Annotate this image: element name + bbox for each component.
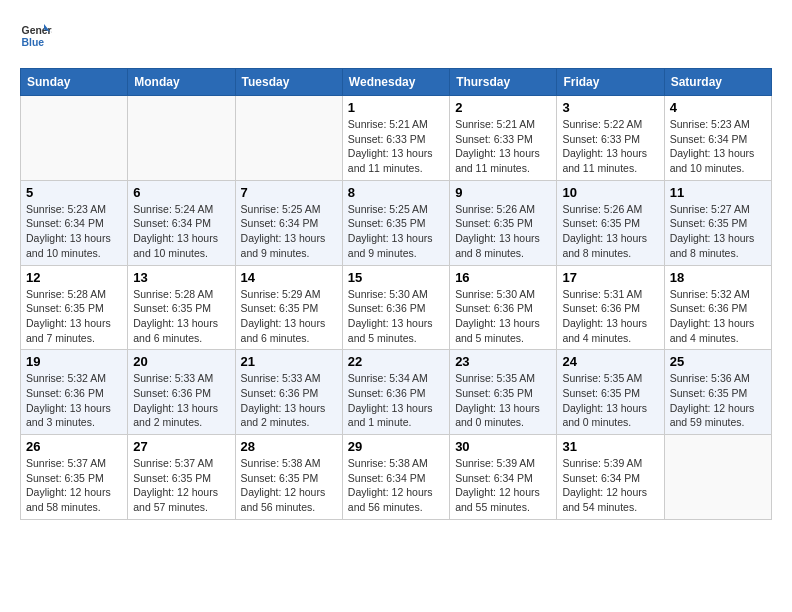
calendar-cell: 16Sunrise: 5:30 AM Sunset: 6:36 PM Dayli… — [450, 265, 557, 350]
calendar-week-row: 1Sunrise: 5:21 AM Sunset: 6:33 PM Daylig… — [21, 96, 772, 181]
day-number: 23 — [455, 354, 551, 369]
calendar-table: SundayMondayTuesdayWednesdayThursdayFrid… — [20, 68, 772, 520]
day-number: 29 — [348, 439, 444, 454]
calendar-cell: 14Sunrise: 5:29 AM Sunset: 6:35 PM Dayli… — [235, 265, 342, 350]
day-number: 9 — [455, 185, 551, 200]
day-number: 26 — [26, 439, 122, 454]
day-info: Sunrise: 5:27 AM Sunset: 6:35 PM Dayligh… — [670, 202, 766, 261]
day-number: 24 — [562, 354, 658, 369]
day-info: Sunrise: 5:32 AM Sunset: 6:36 PM Dayligh… — [670, 287, 766, 346]
day-number: 4 — [670, 100, 766, 115]
day-number: 6 — [133, 185, 229, 200]
day-number: 10 — [562, 185, 658, 200]
day-info: Sunrise: 5:37 AM Sunset: 6:35 PM Dayligh… — [26, 456, 122, 515]
day-number: 30 — [455, 439, 551, 454]
day-info: Sunrise: 5:33 AM Sunset: 6:36 PM Dayligh… — [133, 371, 229, 430]
day-info: Sunrise: 5:35 AM Sunset: 6:35 PM Dayligh… — [562, 371, 658, 430]
day-info: Sunrise: 5:38 AM Sunset: 6:35 PM Dayligh… — [241, 456, 337, 515]
calendar-cell — [128, 96, 235, 181]
day-info: Sunrise: 5:30 AM Sunset: 6:36 PM Dayligh… — [455, 287, 551, 346]
calendar-cell: 1Sunrise: 5:21 AM Sunset: 6:33 PM Daylig… — [342, 96, 449, 181]
day-header-tuesday: Tuesday — [235, 69, 342, 96]
calendar-cell: 23Sunrise: 5:35 AM Sunset: 6:35 PM Dayli… — [450, 350, 557, 435]
day-info: Sunrise: 5:23 AM Sunset: 6:34 PM Dayligh… — [26, 202, 122, 261]
day-header-saturday: Saturday — [664, 69, 771, 96]
calendar-cell: 29Sunrise: 5:38 AM Sunset: 6:34 PM Dayli… — [342, 435, 449, 520]
calendar-cell: 11Sunrise: 5:27 AM Sunset: 6:35 PM Dayli… — [664, 180, 771, 265]
page-header: General Blue — [20, 20, 772, 52]
calendar-week-row: 12Sunrise: 5:28 AM Sunset: 6:35 PM Dayli… — [21, 265, 772, 350]
day-info: Sunrise: 5:24 AM Sunset: 6:34 PM Dayligh… — [133, 202, 229, 261]
day-info: Sunrise: 5:35 AM Sunset: 6:35 PM Dayligh… — [455, 371, 551, 430]
day-header-sunday: Sunday — [21, 69, 128, 96]
day-info: Sunrise: 5:26 AM Sunset: 6:35 PM Dayligh… — [455, 202, 551, 261]
calendar-body: 1Sunrise: 5:21 AM Sunset: 6:33 PM Daylig… — [21, 96, 772, 520]
calendar-cell: 15Sunrise: 5:30 AM Sunset: 6:36 PM Dayli… — [342, 265, 449, 350]
calendar-cell: 30Sunrise: 5:39 AM Sunset: 6:34 PM Dayli… — [450, 435, 557, 520]
day-number: 28 — [241, 439, 337, 454]
calendar-cell — [664, 435, 771, 520]
calendar-cell: 4Sunrise: 5:23 AM Sunset: 6:34 PM Daylig… — [664, 96, 771, 181]
day-number: 7 — [241, 185, 337, 200]
calendar-cell: 18Sunrise: 5:32 AM Sunset: 6:36 PM Dayli… — [664, 265, 771, 350]
calendar-cell: 10Sunrise: 5:26 AM Sunset: 6:35 PM Dayli… — [557, 180, 664, 265]
calendar-cell: 31Sunrise: 5:39 AM Sunset: 6:34 PM Dayli… — [557, 435, 664, 520]
day-info: Sunrise: 5:31 AM Sunset: 6:36 PM Dayligh… — [562, 287, 658, 346]
calendar-cell: 17Sunrise: 5:31 AM Sunset: 6:36 PM Dayli… — [557, 265, 664, 350]
day-number: 13 — [133, 270, 229, 285]
calendar-cell: 3Sunrise: 5:22 AM Sunset: 6:33 PM Daylig… — [557, 96, 664, 181]
logo: General Blue — [20, 20, 56, 52]
day-info: Sunrise: 5:39 AM Sunset: 6:34 PM Dayligh… — [562, 456, 658, 515]
day-header-monday: Monday — [128, 69, 235, 96]
day-number: 5 — [26, 185, 122, 200]
svg-text:Blue: Blue — [22, 37, 45, 48]
day-number: 19 — [26, 354, 122, 369]
day-info: Sunrise: 5:25 AM Sunset: 6:35 PM Dayligh… — [348, 202, 444, 261]
day-info: Sunrise: 5:26 AM Sunset: 6:35 PM Dayligh… — [562, 202, 658, 261]
calendar-cell: 25Sunrise: 5:36 AM Sunset: 6:35 PM Dayli… — [664, 350, 771, 435]
day-number: 21 — [241, 354, 337, 369]
day-info: Sunrise: 5:39 AM Sunset: 6:34 PM Dayligh… — [455, 456, 551, 515]
day-number: 14 — [241, 270, 337, 285]
calendar-cell: 9Sunrise: 5:26 AM Sunset: 6:35 PM Daylig… — [450, 180, 557, 265]
calendar-cell: 13Sunrise: 5:28 AM Sunset: 6:35 PM Dayli… — [128, 265, 235, 350]
calendar-cell: 12Sunrise: 5:28 AM Sunset: 6:35 PM Dayli… — [21, 265, 128, 350]
day-info: Sunrise: 5:30 AM Sunset: 6:36 PM Dayligh… — [348, 287, 444, 346]
day-number: 18 — [670, 270, 766, 285]
day-number: 16 — [455, 270, 551, 285]
day-header-friday: Friday — [557, 69, 664, 96]
day-info: Sunrise: 5:21 AM Sunset: 6:33 PM Dayligh… — [455, 117, 551, 176]
calendar-week-row: 19Sunrise: 5:32 AM Sunset: 6:36 PM Dayli… — [21, 350, 772, 435]
day-info: Sunrise: 5:29 AM Sunset: 6:35 PM Dayligh… — [241, 287, 337, 346]
calendar-cell — [21, 96, 128, 181]
day-info: Sunrise: 5:33 AM Sunset: 6:36 PM Dayligh… — [241, 371, 337, 430]
day-number: 3 — [562, 100, 658, 115]
day-number: 27 — [133, 439, 229, 454]
calendar-cell: 27Sunrise: 5:37 AM Sunset: 6:35 PM Dayli… — [128, 435, 235, 520]
calendar-cell: 8Sunrise: 5:25 AM Sunset: 6:35 PM Daylig… — [342, 180, 449, 265]
calendar-cell: 26Sunrise: 5:37 AM Sunset: 6:35 PM Dayli… — [21, 435, 128, 520]
calendar-cell: 6Sunrise: 5:24 AM Sunset: 6:34 PM Daylig… — [128, 180, 235, 265]
calendar-cell: 28Sunrise: 5:38 AM Sunset: 6:35 PM Dayli… — [235, 435, 342, 520]
day-info: Sunrise: 5:22 AM Sunset: 6:33 PM Dayligh… — [562, 117, 658, 176]
calendar-cell — [235, 96, 342, 181]
calendar-header-row: SundayMondayTuesdayWednesdayThursdayFrid… — [21, 69, 772, 96]
calendar-cell: 5Sunrise: 5:23 AM Sunset: 6:34 PM Daylig… — [21, 180, 128, 265]
day-info: Sunrise: 5:37 AM Sunset: 6:35 PM Dayligh… — [133, 456, 229, 515]
day-info: Sunrise: 5:28 AM Sunset: 6:35 PM Dayligh… — [26, 287, 122, 346]
day-info: Sunrise: 5:34 AM Sunset: 6:36 PM Dayligh… — [348, 371, 444, 430]
day-number: 2 — [455, 100, 551, 115]
day-number: 20 — [133, 354, 229, 369]
calendar-cell: 24Sunrise: 5:35 AM Sunset: 6:35 PM Dayli… — [557, 350, 664, 435]
day-info: Sunrise: 5:32 AM Sunset: 6:36 PM Dayligh… — [26, 371, 122, 430]
day-number: 11 — [670, 185, 766, 200]
calendar-cell: 7Sunrise: 5:25 AM Sunset: 6:34 PM Daylig… — [235, 180, 342, 265]
calendar-cell: 22Sunrise: 5:34 AM Sunset: 6:36 PM Dayli… — [342, 350, 449, 435]
calendar-cell: 19Sunrise: 5:32 AM Sunset: 6:36 PM Dayli… — [21, 350, 128, 435]
calendar-cell: 21Sunrise: 5:33 AM Sunset: 6:36 PM Dayli… — [235, 350, 342, 435]
day-header-thursday: Thursday — [450, 69, 557, 96]
day-info: Sunrise: 5:36 AM Sunset: 6:35 PM Dayligh… — [670, 371, 766, 430]
day-number: 31 — [562, 439, 658, 454]
calendar-cell: 20Sunrise: 5:33 AM Sunset: 6:36 PM Dayli… — [128, 350, 235, 435]
calendar-week-row: 26Sunrise: 5:37 AM Sunset: 6:35 PM Dayli… — [21, 435, 772, 520]
